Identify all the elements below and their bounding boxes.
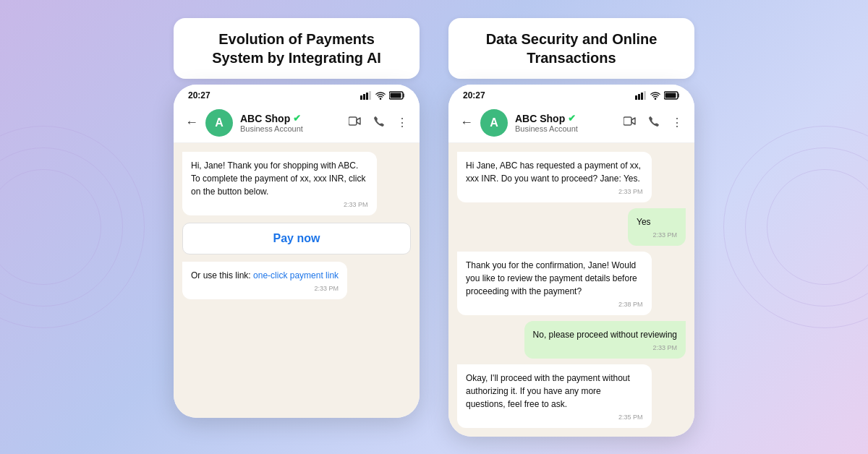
message-1-right: Hi Jane, ABC has requested a payment of … [457, 152, 652, 202]
message-text-5-right: Okay, I'll proceed with the payment with… [466, 372, 643, 411]
message-2-right: Yes 2:33 PM [628, 208, 686, 246]
link-message-text: Or use this link: one-click payment link [191, 269, 339, 282]
contact-type-left: Business Account [240, 124, 341, 133]
message-time-1-right: 2:33 PM [466, 188, 643, 195]
call-icon-right[interactable] [648, 116, 660, 130]
verified-icon-left: ✔ [293, 113, 301, 124]
status-icons-right [635, 91, 680, 100]
phone-right: 20:27 [448, 85, 694, 437]
svg-rect-3 [369, 91, 371, 100]
message-5-right: Okay, I'll proceed with the payment with… [457, 364, 652, 428]
svg-rect-0 [360, 95, 362, 100]
contact-info-left: ABC Shop ✔ Business Account [240, 113, 341, 133]
status-bar-left: 20:27 [174, 85, 420, 103]
svg-rect-12 [665, 93, 676, 98]
chat-area-right: Hi Jane, ABC has requested a payment of … [448, 143, 694, 437]
video-icon-left[interactable] [349, 116, 362, 129]
video-icon-right[interactable] [624, 116, 637, 129]
message-4-right: No, please proceed without reviewing 2:3… [524, 321, 686, 359]
link-prefix: Or use this link: [191, 270, 253, 280]
contact-info-right: ABC Shop ✔ Business Account [515, 113, 616, 133]
payment-link[interactable]: one-click payment link [253, 270, 339, 280]
svg-rect-10 [644, 91, 646, 100]
more-icon-left[interactable]: ⋮ [396, 116, 408, 129]
message-time-5-right: 2:35 PM [466, 414, 643, 421]
more-icon-right[interactable]: ⋮ [671, 116, 683, 129]
signal-icon-right [635, 91, 647, 100]
message-text-4-right: No, please proceed without reviewing [533, 328, 677, 341]
pay-now-label: Pay now [273, 232, 320, 244]
verified-icon-right: ✔ [568, 113, 576, 124]
phone-header-right: ← A ABC Shop ✔ Business Account [448, 103, 694, 143]
wifi-icon-right [650, 91, 661, 100]
card-right: Data Security and Online Transactions 20… [448, 18, 694, 437]
message-1-left: Hi, Jane! Thank you for shopping with AB… [182, 152, 377, 215]
avatar-left: A [205, 109, 233, 137]
contact-name-right: ABC Shop ✔ [515, 113, 616, 124]
message-time-3-right: 2:38 PM [466, 301, 643, 308]
svg-rect-2 [366, 93, 368, 100]
contact-type-right: Business Account [515, 124, 616, 133]
svg-rect-8 [638, 94, 640, 100]
message-text-3-right: Thank you for the confirmation, Jane! Wo… [466, 259, 643, 298]
pay-now-button[interactable]: Pay now [182, 223, 411, 254]
phone-left: 20:27 [174, 85, 420, 418]
status-time-left: 20:27 [188, 90, 210, 100]
signal-icon-left [360, 91, 372, 100]
card-right-title: Data Security and Online Transactions [448, 18, 694, 79]
chat-area-left: Hi, Jane! Thank you for shopping with AB… [174, 143, 420, 418]
contact-name-left: ABC Shop ✔ [240, 113, 341, 124]
link-time: 2:33 PM [191, 285, 339, 292]
svg-rect-9 [641, 93, 643, 100]
status-icons-left [360, 91, 405, 100]
svg-rect-7 [635, 95, 637, 100]
main-container: Evolution of Payments System by Integrat… [159, 4, 709, 451]
link-message-left: Or use this link: one-click payment link… [182, 262, 347, 299]
avatar-right: A [480, 109, 508, 137]
svg-rect-5 [391, 93, 401, 98]
back-button-right[interactable]: ← [460, 115, 473, 130]
header-icons-right: ⋮ [624, 116, 683, 130]
message-text-1-left: Hi, Jane! Thank you for shopping with AB… [191, 159, 368, 198]
message-text-1-right: Hi Jane, ABC has requested a payment of … [466, 159, 643, 185]
battery-icon-left [389, 91, 405, 100]
message-3-right: Thank you for the confirmation, Jane! Wo… [457, 252, 652, 315]
message-time-2-right: 2:33 PM [637, 231, 677, 239]
battery-icon-right [664, 91, 680, 100]
svg-rect-13 [624, 117, 631, 125]
back-button-left[interactable]: ← [185, 115, 198, 130]
message-time-1-left: 2:33 PM [191, 201, 368, 208]
status-time-right: 20:27 [463, 90, 485, 100]
svg-rect-6 [349, 117, 357, 125]
card-left: Evolution of Payments System by Integrat… [174, 18, 420, 418]
call-icon-left[interactable] [373, 116, 385, 130]
card-left-title: Evolution of Payments System by Integrat… [174, 18, 420, 79]
phone-header-left: ← A ABC Shop ✔ Business Account [174, 103, 420, 143]
wifi-icon-left [375, 91, 386, 100]
svg-rect-1 [363, 94, 365, 100]
message-text-2-right: Yes [637, 215, 677, 228]
header-icons-left: ⋮ [349, 116, 408, 130]
status-bar-right: 20:27 [448, 85, 694, 103]
message-time-4-right: 2:33 PM [533, 344, 677, 351]
